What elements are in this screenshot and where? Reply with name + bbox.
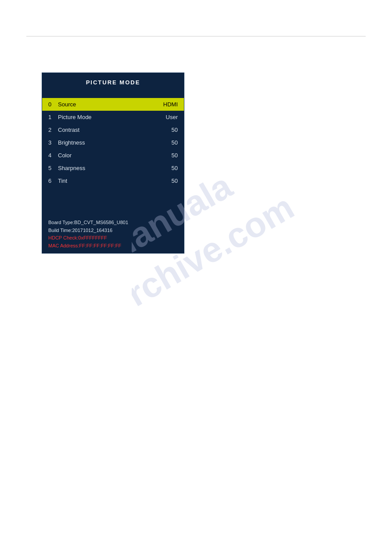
footer-line-2: Build Time:20171012_164316 (48, 227, 178, 235)
row-4-label: Color (58, 152, 172, 159)
row-6-value: 50 (172, 178, 178, 184)
menu-row-6[interactable]: 6 Tint 50 (42, 174, 184, 187)
row-0-value: HDMI (163, 101, 178, 108)
menu-row-0[interactable]: 0 Source HDMI (42, 98, 184, 111)
page-container: manualarchive.com PICTURE MODE 0 Source … (0, 0, 392, 555)
row-0-label: Source (58, 101, 163, 108)
row-1-label: Picture Mode (58, 114, 166, 120)
row-4-num: 4 (48, 152, 58, 159)
footer-line-3: HDCP Check:0xFFFFFFFF (48, 234, 178, 242)
menu-row-5[interactable]: 5 Sharpness 50 (42, 162, 184, 174)
tv-menu: PICTURE MODE 0 Source HDMI 1 Picture Mod… (42, 73, 184, 254)
row-1-value: User (166, 114, 178, 120)
menu-row-4[interactable]: 4 Color 50 (42, 149, 184, 162)
row-2-value: 50 (172, 127, 178, 133)
footer-line-4: MAC Address:FF:FF:FF:FF:FF:FF (48, 242, 178, 250)
row-2-label: Contrast (58, 127, 172, 133)
row-4-value: 50 (172, 152, 178, 159)
row-6-num: 6 (48, 178, 58, 184)
row-1-num: 1 (48, 114, 58, 120)
row-0-num: 0 (48, 101, 58, 108)
row-5-num: 5 (48, 165, 58, 171)
row-2-num: 2 (48, 127, 58, 133)
row-3-value: 50 (172, 139, 178, 146)
top-rule (26, 36, 366, 36)
row-5-label: Sharpness (58, 165, 172, 171)
menu-row-1[interactable]: 1 Picture Mode User (42, 111, 184, 123)
row-3-num: 3 (48, 139, 58, 146)
menu-title: PICTURE MODE (42, 73, 184, 90)
row-6-label: Tint (58, 178, 172, 184)
menu-footer: Board Type:BD_CVT_MS6586_U801 Build Time… (42, 214, 184, 253)
row-5-value: 50 (172, 165, 178, 171)
menu-spacer (42, 90, 184, 98)
footer-line-1: Board Type:BD_CVT_MS6586_U801 (48, 219, 178, 227)
row-3-label: Brightness (58, 139, 172, 146)
menu-row-2[interactable]: 2 Contrast 50 (42, 123, 184, 136)
menu-row-3[interactable]: 3 Brightness 50 (42, 136, 184, 149)
